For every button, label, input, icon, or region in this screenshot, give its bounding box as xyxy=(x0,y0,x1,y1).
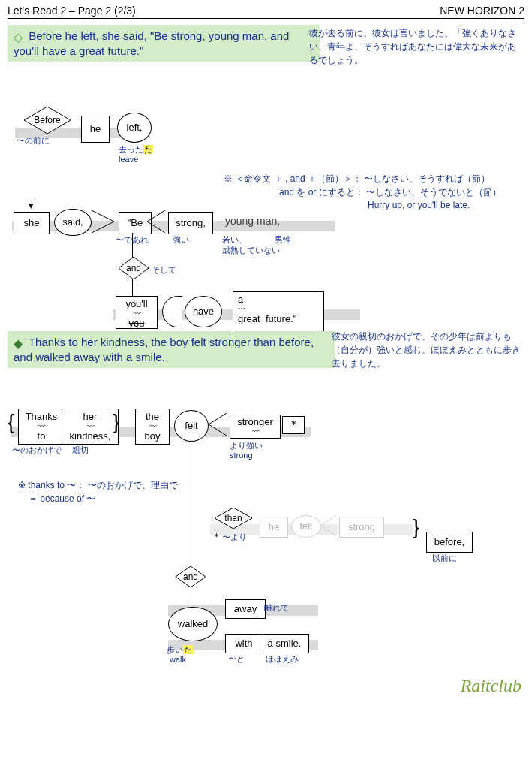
thanks-note-1: ※ thanks to 〜： 〜のおかげで、理由で xyxy=(18,479,178,492)
grammar-note-2: and を or にすると： 〜しなさい、そうでないと（節） xyxy=(279,186,504,199)
sentence-1-bar: ◇ Before he left, she said, "Be strong, … xyxy=(8,25,320,62)
sentence-2-bar: ◆ Thanks to her kindness, the boy felt s… xyxy=(8,331,335,368)
thanks-box: Thanks〰to xyxy=(18,409,65,445)
strong-faded-box: strong xyxy=(339,517,384,538)
header-left: Let's Read 2 – Page 2 (2/3) xyxy=(8,5,136,17)
thanks-note-2: ＝ because of 〜 xyxy=(29,493,95,505)
stronger-ann1: より強い xyxy=(230,440,263,451)
before-diamond: Before xyxy=(24,107,71,134)
said-oval: said, xyxy=(54,209,92,236)
walked-oval: walked xyxy=(168,607,218,641)
he-box: he xyxy=(81,116,110,143)
strong-box: strong, xyxy=(168,212,213,234)
walk-ann1: 歩いた xyxy=(167,644,193,656)
sentence-1-translation: 彼が去る前に、彼女は言いました、「強くありなさい、青年よ、そうすればあなたには偉… xyxy=(309,26,519,67)
diagram-2: { Thanks〰to 〜のおかげで her〰kindness, 親切 } th… xyxy=(8,368,518,683)
youll-box: you'll 〰 you xyxy=(116,296,158,329)
asterisk-2: ＊ xyxy=(212,530,221,544)
smile-ann: ほほえみ xyxy=(266,653,299,665)
away-box: away xyxy=(225,599,266,619)
smile-box: a smile. xyxy=(260,634,309,653)
left-oval: left, xyxy=(117,113,152,143)
and-ann: そして xyxy=(152,264,176,276)
young-ann1: 若い、 xyxy=(222,234,247,246)
left-ann2: leave xyxy=(119,155,138,164)
section-2: ◆ Thanks to her kindness, the boy felt s… xyxy=(8,325,524,671)
footer-logo: Raitclub xyxy=(461,676,521,696)
before-annotation: 〜の前に xyxy=(17,135,50,146)
before-box: before, xyxy=(426,532,473,553)
grammar-note-1: ※ ＜命令文 ＋ , and ＋（節）＞： 〜しなさい、そうすれば（節） xyxy=(224,173,509,185)
arrow-down-icon: ▾ xyxy=(29,200,34,211)
young-ann3: 成熟していない xyxy=(222,245,280,256)
kindness-box: her〰kindness, xyxy=(62,409,119,445)
diamond-icon: ◇ xyxy=(14,31,23,44)
felt-oval: felt xyxy=(174,410,209,442)
kindness-ann: 親切 xyxy=(72,445,89,456)
he-faded-box: he xyxy=(260,517,288,538)
have-oval: have xyxy=(185,296,222,327)
page-header: Let's Read 2 – Page 2 (2/3) NEW HORIZON … xyxy=(8,3,524,19)
diamond-solid-icon: ◆ xyxy=(14,337,23,350)
asterisk-box: ＊ xyxy=(282,416,305,434)
she-box: she xyxy=(14,212,50,234)
and-diamond-1: and xyxy=(119,257,149,279)
with-box: with xyxy=(225,634,263,653)
boy-box: the〰boy xyxy=(135,409,170,445)
stronger-ann2: strong xyxy=(230,451,253,460)
before-ann: 以前に xyxy=(432,553,457,564)
with-ann: 〜と xyxy=(228,653,245,665)
section-1: ◇ Before he left, she said, "Be strong, … xyxy=(8,19,524,319)
left-ann1: 去ったた xyxy=(119,144,153,155)
grammar-note-3: Hurry up, or you'll be late. xyxy=(368,200,470,210)
page: Let's Read 2 – Page 2 (2/3) NEW HORIZON … xyxy=(0,0,532,701)
sentence-1-text: Before he left, she said, "Be strong, yo… xyxy=(14,29,289,57)
and-diamond-2: and xyxy=(176,566,206,587)
than-diamond: than xyxy=(215,508,252,529)
than-ann: 〜より xyxy=(222,532,247,543)
young-ann2: 男性 xyxy=(275,234,291,246)
walk-ann2: walk xyxy=(170,655,186,664)
header-right: NEW HORIZON 2 xyxy=(440,5,524,17)
away-ann: 離れて xyxy=(264,602,289,614)
young-man: young man, xyxy=(225,215,280,227)
stronger-box: stronger〰 xyxy=(230,415,281,439)
sentence-2-translation: 彼女の親切のおかげで、その少年は前よりも（自分が）強いと感じ、ほほえみとともに歩… xyxy=(332,330,523,370)
sentence-2-text: Thanks to her kindness, the boy felt str… xyxy=(14,336,314,363)
thanks-ann: 〜のおかげで xyxy=(12,445,62,456)
strong-ann: 強い xyxy=(173,234,189,246)
felt-faded-oval: felt xyxy=(291,515,321,538)
